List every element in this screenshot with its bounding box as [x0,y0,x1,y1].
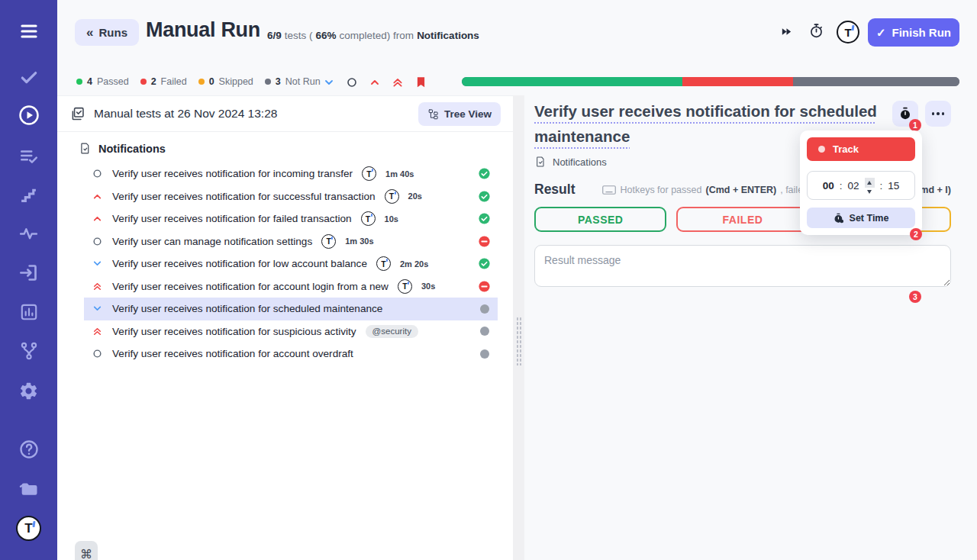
stat-count: 0 [209,76,214,87]
app-logo-icon[interactable]: T [837,21,859,43]
priority-filters [323,76,427,89]
menu-icon[interactable] [0,22,57,40]
tree-view-button[interactable]: Tree View [418,102,501,126]
back-label: Runs [98,26,127,39]
step-badge-3: 3 [909,291,921,303]
test-row[interactable]: Verify user receives notification for ac… [84,343,498,365]
timer-history-icon[interactable] [808,23,824,39]
help-icon[interactable] [0,439,57,460]
priority-icon [92,259,103,269]
steps-icon[interactable] [0,185,57,204]
test-title: Verify user receives notification for lo… [112,258,367,269]
splitter-drag-handle-icon[interactable] [516,317,521,365]
projects-folder-icon[interactable] [0,478,57,499]
analytics-icon[interactable] [0,302,57,322]
settings-gear-icon[interactable] [0,381,57,401]
filter-priority-low-icon[interactable] [323,76,335,89]
suite-document-icon [534,156,547,168]
status-passed-icon [478,257,491,270]
automated-test-logo-icon: T [362,166,376,181]
minutes-stepper[interactable] [865,175,875,195]
test-title: Verify user receives notification for fa… [112,213,352,224]
command-shortcut-button[interactable]: ⌘ [75,541,98,560]
test-title: Verify user can manage notification sett… [112,236,312,247]
progress-notrun-segment [793,77,959,86]
minutes-value[interactable]: 02 [847,180,859,191]
test-status-icon [480,327,491,336]
result-label: Result [534,182,575,198]
record-dot-icon [818,146,825,153]
back-to-runs-button[interactable]: « Runs [75,19,139,46]
filter-bookmark-icon[interactable] [414,76,427,89]
priority-high-icon [92,191,102,201]
test-row[interactable]: Verify user receives notification for in… [84,163,498,185]
panel-splitter[interactable] [513,95,524,560]
test-status-icon [478,167,491,180]
test-title: Verify user receives notification for ac… [112,348,353,359]
stepper-up-icon[interactable] [865,178,875,188]
priority-icon [92,237,103,246]
test-row[interactable]: Verify user receives notification for lo… [84,253,498,275]
test-title: Verify user receives notification for su… [112,326,356,337]
test-row[interactable]: Verify user can manage notification sett… [84,230,498,253]
branch-icon[interactable] [0,341,57,361]
breadcrumb[interactable]: Notifications [534,156,607,168]
stat-dot-icon [140,79,147,85]
track-time-button[interactable]: 1 [892,101,918,127]
run-progress-subtitle: 6/9 tests ( 66% completed) from Notifica… [267,30,479,41]
run-checklist-icon [69,106,85,122]
keyboard-icon [602,185,616,195]
test-title: Verify user receives notification for sc… [112,303,382,314]
result-failed-button[interactable]: FAILED [676,207,808,232]
tests-ratio: 6/9 [267,30,282,41]
status-notrun-icon [480,349,489,359]
result-message-input[interactable] [534,245,951,287]
priority-icon [92,191,103,201]
time-input[interactable]: 00 : 02 : 15 2 [807,171,915,200]
test-duration: 20s [408,191,422,201]
set-time-button[interactable]: Set Time 3 [807,208,915,228]
test-plans-icon[interactable] [0,146,57,166]
status-passed-icon [478,167,491,180]
test-duration: 2m 20s [400,259,428,269]
result-passed-button[interactable]: PASSED [534,207,666,232]
runs-play-icon[interactable] [0,104,57,127]
filter-priority-normal-icon[interactable] [346,76,358,89]
stepper-down-icon[interactable] [867,190,872,194]
test-duration: 30s [421,282,435,291]
brand-logo-icon[interactable]: T [16,516,41,541]
test-row[interactable]: Verify user receives notification for ac… [84,275,498,298]
filter-priority-high-icon[interactable] [369,76,381,89]
pulse-icon[interactable] [0,224,57,243]
stat-item: 0 Skipped [198,76,253,87]
automated-test-logo-icon: T [321,234,336,249]
stat-item: 3 Not Run [265,76,321,87]
test-row[interactable]: Verify user receives notification for sc… [84,298,498,320]
suite-group-header[interactable]: Notifications [57,132,513,161]
test-row[interactable]: Verify user receives notification for su… [84,320,498,343]
page-title: Manual Run [146,18,260,42]
test-tag: @security [366,325,418,338]
import-icon[interactable] [0,262,57,283]
tests-check-icon[interactable] [0,67,57,87]
hours-value[interactable]: 00 [823,180,834,191]
priority-normal-icon [92,169,102,179]
fast-forward-icon[interactable] [780,25,793,38]
test-row[interactable]: Verify user receives notification for fa… [84,208,498,230]
test-status-icon [478,190,491,203]
ellipsis-icon [932,112,945,115]
stat-count: 2 [151,76,156,87]
more-actions-button[interactable] [925,101,951,127]
set-time-stopwatch-icon [834,213,844,224]
finish-run-button[interactable]: ✓ Finish Run [868,18,959,47]
priority-icon [92,304,103,314]
track-button[interactable]: Track [807,137,915,161]
progress-failed-segment [682,77,793,86]
priority-icon [92,349,103,359]
filter-priority-critical-icon[interactable] [392,76,404,89]
check-icon: ✓ [876,26,886,40]
priority-icon [92,214,103,224]
seconds-value[interactable]: 15 [888,180,899,191]
test-row[interactable]: Verify user receives notification for su… [84,185,498,208]
test-list: Verify user receives notification for in… [84,163,498,365]
